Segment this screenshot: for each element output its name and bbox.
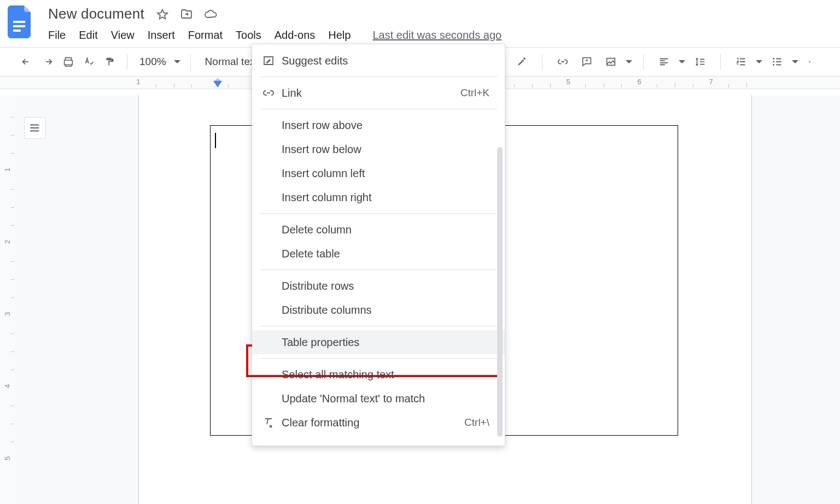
header: New document File Edit View Insert Forma… xyxy=(0,0,840,44)
ruler-tick-label: 1 xyxy=(137,78,141,86)
svg-rect-2 xyxy=(13,30,21,32)
highlighter-button[interactable] xyxy=(511,51,532,73)
ctx-item-label: Link xyxy=(282,87,302,90)
ctx-shortcut: Ctrl+K xyxy=(460,87,489,89)
docs-logo[interactable] xyxy=(8,4,34,39)
ctx-suggest-edits[interactable]: Suggest edits xyxy=(252,49,505,73)
menu-file[interactable]: File xyxy=(47,27,67,44)
paragraph-style-value: Normal text xyxy=(205,56,258,67)
dropdown-caret-icon xyxy=(174,60,180,63)
align-button[interactable] xyxy=(654,51,674,73)
doc-title[interactable]: New document xyxy=(47,5,145,22)
link-icon xyxy=(262,86,275,89)
ruler-tick-label: 5 xyxy=(566,78,570,86)
redo-button[interactable] xyxy=(37,51,58,73)
context-menu: Suggest edits Link Ctrl+K Insert row abo… xyxy=(252,44,505,89)
decrease-indent-button[interactable] xyxy=(803,51,824,73)
menu-tools[interactable]: Tools xyxy=(235,27,262,44)
menu-edit[interactable]: Edit xyxy=(78,27,98,44)
svg-rect-1 xyxy=(13,25,25,27)
zoom-value: 100% xyxy=(139,56,166,68)
last-edit-link[interactable]: Last edit was seconds ago xyxy=(372,29,501,42)
ctx-link[interactable]: Link Ctrl+K xyxy=(252,81,505,89)
menu-bar: File Edit View Insert Format Tools Add-o… xyxy=(47,27,832,44)
svg-rect-0 xyxy=(13,21,25,23)
spellcheck-button[interactable] xyxy=(79,51,100,73)
numbered-list-caret[interactable] xyxy=(755,51,763,73)
move-folder-icon[interactable] xyxy=(179,7,194,21)
numbered-list-button[interactable] xyxy=(731,51,751,73)
paint-format-button[interactable] xyxy=(100,51,120,73)
ruler-tick-label: 7 xyxy=(709,78,713,86)
bulleted-list-caret[interactable] xyxy=(791,51,800,73)
left-indent-marker[interactable] xyxy=(213,81,222,87)
svg-point-4 xyxy=(773,61,774,63)
menu-addons[interactable]: Add-ons xyxy=(273,27,317,44)
align-caret[interactable] xyxy=(678,51,686,73)
print-button[interactable] xyxy=(58,51,79,73)
insert-image-button[interactable] xyxy=(600,51,621,73)
svg-point-5 xyxy=(773,64,774,66)
ruler-tick-label: 6 xyxy=(637,78,641,86)
undo-button[interactable] xyxy=(16,51,37,73)
insert-link-button[interactable] xyxy=(552,51,573,73)
line-spacing-button[interactable] xyxy=(690,51,710,73)
menu-format[interactable]: Format xyxy=(187,27,224,44)
menu-view[interactable]: View xyxy=(110,27,136,44)
insert-comment-button[interactable] xyxy=(576,51,597,73)
insert-image-caret[interactable] xyxy=(625,51,633,73)
star-icon[interactable] xyxy=(155,7,170,21)
ctx-item-label: Suggest edits xyxy=(282,55,348,67)
svg-point-3 xyxy=(773,58,774,60)
menu-help[interactable]: Help xyxy=(327,27,352,44)
zoom-select[interactable]: 100% xyxy=(134,56,184,68)
bulleted-list-button[interactable] xyxy=(767,51,788,73)
suggest-edits-icon xyxy=(262,54,275,67)
cloud-status-icon[interactable] xyxy=(203,7,218,21)
menu-insert[interactable]: Insert xyxy=(147,27,176,44)
